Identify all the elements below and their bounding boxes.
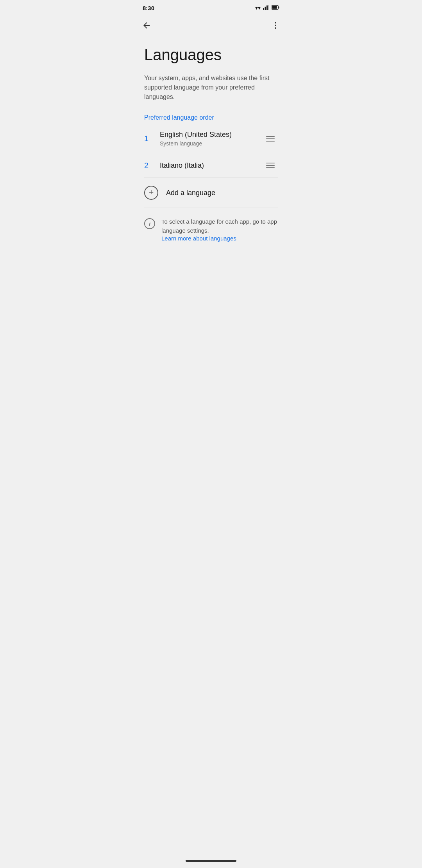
page-description: Your system, apps, and websites use the … (144, 74, 278, 102)
svg-rect-1 (265, 7, 266, 10)
language-list: 1 English (United States) System languag… (144, 124, 278, 208)
battery-icon (272, 5, 279, 11)
svg-point-8 (275, 25, 276, 26)
language-item-2[interactable]: 2 Italiano (Italia) (144, 153, 278, 178)
more-options-button[interactable] (267, 18, 284, 35)
add-language-button[interactable]: + Add a language (144, 178, 278, 208)
add-language-label: Add a language (166, 189, 215, 197)
info-icon-wrapper: i (144, 218, 155, 229)
status-time: 8:30 (143, 5, 154, 11)
drag-handle-1[interactable] (263, 133, 278, 145)
preferred-language-order-link[interactable]: Preferred language order (144, 114, 278, 121)
page-content: Languages Your system, apps, and website… (135, 38, 287, 259)
wifi-icon: ▾▾ (255, 5, 261, 11)
svg-rect-2 (266, 5, 268, 10)
status-bar: 8:30 ▾▾ (135, 0, 287, 16)
plus-icon: + (149, 188, 154, 197)
language-number-2: 2 (144, 161, 160, 170)
svg-rect-5 (279, 7, 279, 9)
svg-point-9 (275, 27, 276, 29)
drag-handle-2[interactable] (263, 160, 278, 171)
language-number-1: 1 (144, 134, 160, 143)
add-icon: + (144, 186, 158, 200)
back-arrow-icon (142, 21, 151, 32)
page-title: Languages (144, 45, 278, 64)
language-name-2: Italiano (Italia) (160, 161, 263, 170)
signal-icon (263, 5, 269, 11)
toolbar (135, 16, 287, 38)
learn-more-link[interactable]: Learn more about languages (161, 235, 236, 242)
more-vert-icon (271, 21, 280, 32)
info-icon: i (144, 218, 155, 229)
info-text-block: To select a language for each app, go to… (161, 217, 278, 242)
info-section: i To select a language for each app, go … (144, 208, 278, 251)
language-item-1[interactable]: 1 English (United States) System languag… (144, 124, 278, 153)
back-button[interactable] (138, 18, 155, 35)
svg-rect-6 (272, 6, 277, 9)
info-text: To select a language for each app, go to… (161, 218, 277, 234)
svg-point-7 (275, 22, 276, 23)
language-info-2: Italiano (Italia) (160, 161, 263, 170)
language-name-1: English (United States) (160, 131, 263, 139)
svg-rect-0 (263, 8, 264, 10)
status-icons: ▾▾ (255, 5, 279, 11)
language-info-1: English (United States) System language (160, 131, 263, 147)
svg-rect-3 (268, 5, 270, 10)
language-subtitle-1: System language (160, 140, 263, 147)
